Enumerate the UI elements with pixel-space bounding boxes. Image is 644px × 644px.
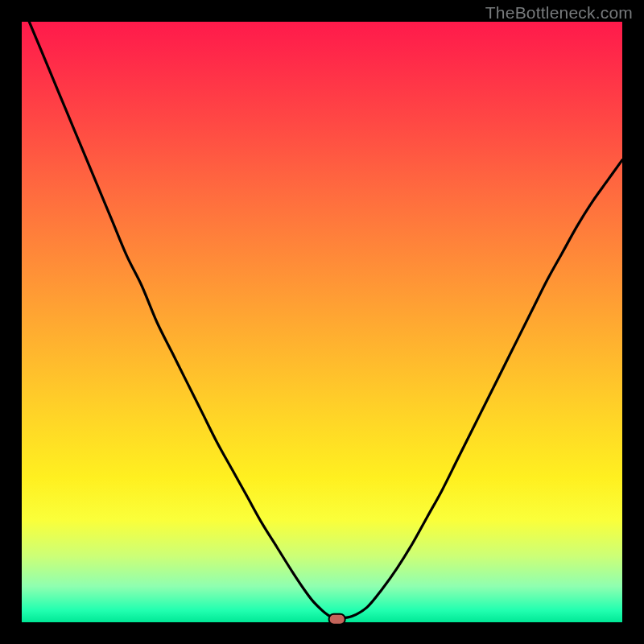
- chart-frame: TheBottleneck.com: [0, 0, 644, 644]
- optimal-point-marker: [329, 614, 345, 625]
- marker-layer: [22, 22, 622, 622]
- watermark-label: TheBottleneck.com: [485, 3, 633, 23]
- bottleneck-plot: [22, 22, 622, 622]
